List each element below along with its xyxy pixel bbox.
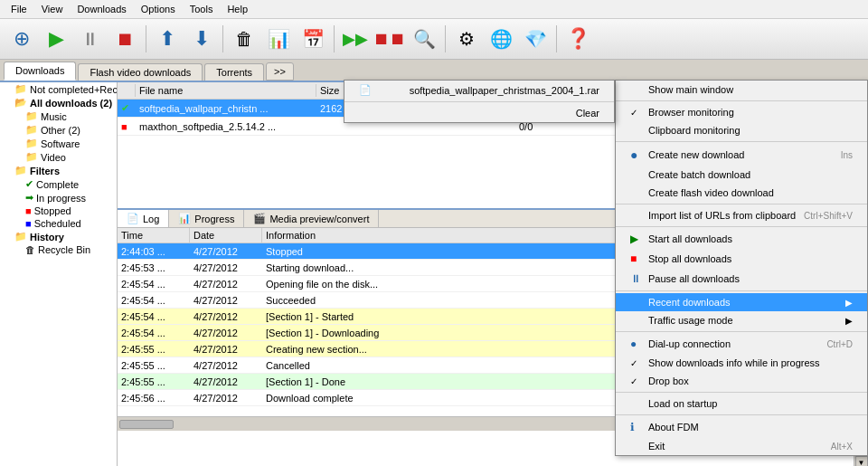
ctx-clipboard-monitoring[interactable]: Clipboard monitoring: [616, 121, 867, 139]
sidebar-item-label: Stopped: [34, 205, 71, 216]
stop-all-button[interactable]: ⏹⏹: [373, 23, 406, 55]
ctx-drop-box[interactable]: ✓ Drop box: [616, 372, 867, 390]
sidebar-item-label: Music: [41, 111, 67, 122]
schedule-button[interactable]: 📅: [297, 23, 329, 55]
log-tab-media[interactable]: 🎬 Media preview/convert: [244, 210, 379, 227]
ctx-label: Load on startup: [648, 398, 853, 409]
check-icon: ✓: [630, 108, 645, 118]
sidebar-item-scheduled[interactable]: ■ Scheduled: [0, 217, 117, 230]
col-checkbox[interactable]: [118, 84, 136, 97]
ctx-label: Traffic usage mode: [648, 315, 845, 326]
add-button[interactable]: ⊕: [5, 23, 38, 55]
stop-button[interactable]: ⏹: [108, 23, 141, 55]
log-time: 2:45:54 ...: [118, 310, 190, 323]
menu-downloads[interactable]: Downloads: [70, 2, 133, 16]
menu-help[interactable]: Help: [220, 2, 255, 16]
sidebar-item-label: All downloads (2): [30, 98, 112, 109]
settings-button[interactable]: ⚙: [450, 23, 483, 55]
submenu-recent-file[interactable]: 📄 softpedia_wallpaper_christmas_2004_1.r…: [344, 81, 614, 100]
ctx-create-batch-download[interactable]: Create batch download: [616, 166, 867, 184]
find-button[interactable]: 🔍: [408, 23, 440, 55]
pause-button[interactable]: ⏸: [74, 23, 107, 55]
check-icon: ✓: [630, 358, 645, 368]
ctx-show-main-window[interactable]: Show main window: [616, 81, 867, 99]
log-tab-log[interactable]: 📄 Log: [118, 210, 169, 227]
ctx-stop-all-downloads[interactable]: ■ Stop all downloads: [616, 249, 867, 269]
ctx-sep: [616, 100, 867, 101]
sidebar-item-label: Scheduled: [34, 218, 81, 229]
log-time: 2:45:54 ...: [118, 294, 190, 307]
down-button[interactable]: ⬇: [185, 23, 218, 55]
help-button[interactable]: ❓: [561, 23, 594, 55]
menu-tools[interactable]: Tools: [183, 2, 221, 16]
ctx-about-fdm[interactable]: ℹ About FDM: [616, 417, 867, 437]
ctx-create-flash-video[interactable]: Create flash video download: [616, 184, 867, 202]
submenu-arrow-icon: ▶: [845, 298, 853, 308]
start-all-button[interactable]: ▶▶: [339, 23, 372, 55]
menu-view[interactable]: View: [34, 2, 71, 16]
stopped-icon: ■: [25, 205, 32, 216]
ctx-label: Create batch download: [648, 169, 853, 180]
menubar: File View Downloads Options Tools Help: [0, 0, 868, 19]
sidebar-item-not-completed[interactable]: 📁 Not completed+Rec: [0, 82, 117, 96]
log-time: 2:44:03 ...: [118, 245, 190, 258]
sidebar-item-video[interactable]: 📁 Video: [0, 150, 117, 164]
sidebar-item-software[interactable]: 📁 Software: [0, 137, 117, 150]
sidebar-item-music[interactable]: 📁 Music: [0, 109, 117, 123]
ctx-label: Drop box: [648, 376, 853, 386]
info-icon: ℹ: [630, 421, 645, 433]
ctx-import-urls[interactable]: Import list of URLs from clipboard Ctrl+…: [616, 206, 867, 224]
folder-icon: 📁: [14, 231, 27, 243]
menu-file[interactable]: File: [4, 2, 34, 16]
tab-more[interactable]: >>: [266, 62, 294, 81]
col-filename[interactable]: File name: [136, 84, 316, 97]
skin-button[interactable]: 💎: [519, 23, 552, 55]
scroll-thumb[interactable]: [119, 420, 174, 429]
file-icon: 📄: [359, 84, 373, 96]
delete-button[interactable]: 🗑: [228, 23, 260, 55]
ctx-recent-downloads[interactable]: Recent downloads ▶: [616, 293, 867, 311]
log-time: 2:45:55 ...: [118, 359, 190, 372]
ctx-dialup-connection[interactable]: ● Dial-up connection Ctrl+D: [616, 334, 867, 354]
ctx-sep: [616, 331, 867, 332]
ctx-traffic-usage-mode[interactable]: Traffic usage mode ▶: [616, 311, 867, 329]
sidebar-item-in-progress[interactable]: ➡ In progress: [0, 191, 117, 204]
ctx-label: Show main window: [648, 84, 853, 95]
sidebar-item-all-downloads[interactable]: 📂 All downloads (2): [0, 96, 117, 109]
chart-button[interactable]: 📊: [262, 23, 295, 55]
log-time: 2:45:53 ...: [118, 262, 190, 274]
ctx-create-new-download[interactable]: ● Create new download Ins: [616, 144, 867, 166]
start-icon: ▶: [630, 233, 645, 245]
log-date: 4/27/2012: [190, 327, 262, 339]
net-button[interactable]: 🌐: [485, 23, 517, 55]
ctx-label: About FDM: [648, 422, 853, 433]
menu-options[interactable]: Options: [134, 2, 183, 16]
pause-icon: ⏸: [630, 272, 645, 285]
sidebar-item-other[interactable]: 📁 Other (2): [0, 123, 117, 137]
tab-torrents[interactable]: Torrents: [204, 63, 264, 81]
log-tab-progress[interactable]: 📊 Progress: [169, 210, 244, 227]
tab-downloads[interactable]: Downloads: [4, 62, 76, 81]
ctx-browser-monitoring[interactable]: ✓ Browser monitoring: [616, 103, 867, 121]
scroll-down-btn[interactable]: ▼: [855, 456, 868, 466]
folder-icon: 📁: [25, 138, 38, 149]
folder-icon: 📁: [25, 151, 38, 163]
sidebar-item-label: Complete: [36, 179, 79, 190]
log-time: 2:45:56 ...: [118, 392, 190, 404]
sidebar-item-complete[interactable]: ✔ Complete: [0, 177, 117, 191]
sidebar-item-filters[interactable]: 📁 Filters: [0, 164, 117, 177]
sidebar-item-history[interactable]: 📁 History: [0, 230, 117, 243]
play-button[interactable]: ▶: [40, 23, 72, 55]
ctx-start-all-downloads[interactable]: ▶ Start all downloads: [616, 229, 867, 249]
tab-flash-video[interactable]: Flash video downloads: [78, 63, 203, 81]
ctx-show-downloads-info[interactable]: ✓ Show downloads info while in progress: [616, 354, 867, 372]
sidebar-item-stopped[interactable]: ■ Stopped: [0, 204, 117, 217]
ctx-pause-all-downloads[interactable]: ⏸ Pause all downloads: [616, 269, 867, 289]
up-button[interactable]: ⬆: [151, 23, 184, 55]
progress-icon: ➡: [25, 192, 33, 204]
log-date: 4/27/2012: [190, 359, 262, 372]
ctx-load-on-startup[interactable]: Load on startup: [616, 395, 867, 413]
submenu-clear[interactable]: Clear: [344, 104, 614, 122]
sidebar-item-recycle-bin[interactable]: 🗑 Recycle Bin: [0, 243, 117, 256]
ctx-exit[interactable]: Exit Alt+X: [616, 437, 867, 455]
